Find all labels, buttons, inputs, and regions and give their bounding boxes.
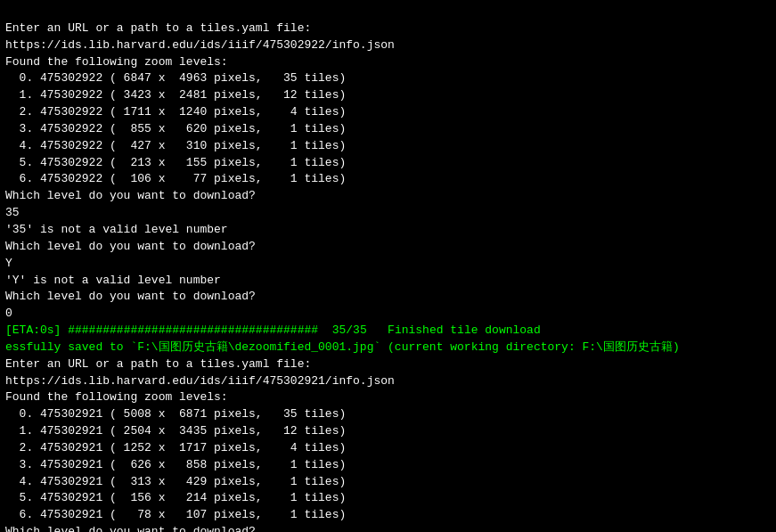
- line-23: Found the following zoom levels:: [5, 390, 228, 404]
- line-24: 0. 475302921 ( 5008 x 6871 pixels, 35 ti…: [5, 407, 346, 421]
- terminal-window: Enter an URL or a path to a tiles.yaml f…: [0, 0, 776, 532]
- line-17: Which level do you want to download?: [5, 290, 256, 303]
- line-19: [ETA:0s] ###############################…: [5, 323, 541, 337]
- line-5: 1. 475302922 ( 3423 x 2481 pixels, 12 ti…: [5, 88, 346, 102]
- line-13: '35' is not a valid level number: [5, 223, 228, 236]
- line-31: Which level do you want to download?: [5, 525, 256, 532]
- line-6: 2. 475302922 ( 1711 x 1240 pixels, 4 til…: [5, 105, 346, 119]
- line-15: Y: [5, 257, 12, 270]
- line-21: Enter an URL or a path to a tiles.yaml f…: [5, 357, 311, 371]
- line-8: 4. 475302922 ( 427 x 310 pixels, 1 tiles…: [5, 139, 346, 152]
- line-9: 5. 475302922 ( 213 x 155 pixels, 1 tiles…: [5, 156, 346, 169]
- line-28: 4. 475302921 ( 313 x 429 pixels, 1 tiles…: [5, 475, 346, 488]
- line-10: 6. 475302922 ( 106 x 77 pixels, 1 tiles): [5, 172, 346, 185]
- line-25: 1. 475302921 ( 2504 x 3435 pixels, 12 ti…: [5, 424, 346, 438]
- line-29: 5. 475302921 ( 156 x 214 pixels, 1 tiles…: [5, 491, 346, 504]
- line-22: https://ids.lib.harvard.edu/ids/iiif/475…: [5, 374, 395, 388]
- line-2: https://ids.lib.harvard.edu/ids/iiif/475…: [5, 38, 395, 52]
- line-18: 0: [5, 307, 12, 320]
- line-16: 'Y' is not a valid level number: [5, 274, 221, 287]
- line-4: 0. 475302922 ( 6847 x 4963 pixels, 35 ti…: [5, 71, 346, 85]
- line-11: Which level do you want to download?: [5, 189, 256, 202]
- line-1: Enter an URL or a path to a tiles.yaml f…: [5, 21, 311, 35]
- line-27: 3. 475302921 ( 626 x 858 pixels, 1 tiles…: [5, 458, 346, 471]
- line-26: 2. 475302921 ( 1252 x 1717 pixels, 4 til…: [5, 441, 346, 454]
- line-3: Found the following zoom levels:: [5, 55, 228, 69]
- line-12: 35: [5, 206, 20, 219]
- line-7: 3. 475302922 ( 855 x 620 pixels, 1 tiles…: [5, 122, 346, 135]
- line-20: essfully saved to `F:\国图历史古籍\dezoomified…: [5, 340, 680, 354]
- line-30: 6. 475302921 ( 78 x 107 pixels, 1 tiles): [5, 508, 346, 521]
- line-14: Which level do you want to download?: [5, 240, 256, 253]
